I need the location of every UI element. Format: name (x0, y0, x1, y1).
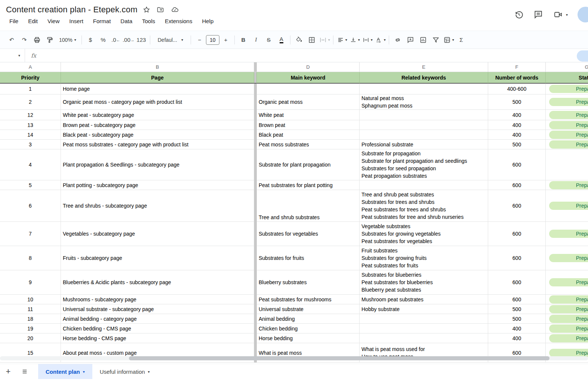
cell-priority[interactable]: 18 (0, 314, 61, 324)
cell-status[interactable]: Prepared (546, 270, 588, 295)
header-cell-related-keywords[interactable]: Related keywords (360, 72, 488, 84)
all-sheets-button[interactable] (16, 364, 33, 379)
cell-priority[interactable]: 19 (0, 324, 61, 333)
cell-priority[interactable]: 6 (0, 190, 61, 222)
cell-related-keywords[interactable] (360, 180, 488, 190)
cell-main-keyword[interactable]: Tree and shrub substrates (257, 190, 360, 222)
number-format-button[interactable]: 123 (135, 34, 148, 46)
strikethrough-button[interactable]: S (262, 34, 275, 46)
move-folder-icon[interactable] (156, 6, 164, 13)
add-sheet-button[interactable]: + (0, 364, 16, 379)
menu-view[interactable]: View (44, 17, 63, 25)
cell-status[interactable] (546, 149, 588, 180)
history-icon[interactable] (514, 10, 524, 19)
menu-tools[interactable]: Tools (139, 17, 158, 25)
cell-priority[interactable]: 20 (0, 333, 61, 343)
header-cell-page[interactable]: Page (61, 72, 254, 84)
header-cell-priority[interactable]: Priority (0, 72, 61, 84)
cell-main-keyword[interactable] (257, 84, 360, 94)
cell-number-of-words[interactable]: 600 (488, 270, 546, 295)
status-badge[interactable]: Prepared (549, 349, 588, 357)
cell-number-of-words[interactable]: 500 (488, 304, 546, 314)
cell-number-of-words[interactable]: 400 (488, 120, 546, 130)
undo-button[interactable]: ↶ (5, 34, 18, 46)
status-badge[interactable]: Prepared (549, 85, 588, 93)
cell-number-of-words[interactable]: 400-600 (488, 84, 546, 94)
cell-priority[interactable]: 1 (0, 84, 61, 94)
cell-related-keywords[interactable]: Professional substrate (360, 140, 488, 149)
horizontal-scrollbar[interactable] (0, 356, 588, 360)
cell-number-of-words[interactable]: 500 (488, 314, 546, 324)
tab-useful-information-caret-icon[interactable]: ▾ (148, 370, 150, 374)
cell-priority[interactable]: 7 (0, 222, 61, 246)
menu-help[interactable]: Help (198, 17, 217, 25)
cell-page[interactable]: Brown peat - subcategory page (61, 120, 254, 130)
insert-link-button[interactable] (391, 34, 404, 46)
cell-priority[interactable]: 14 (0, 130, 61, 140)
cell-main-keyword[interactable]: Substrates for vegetables (257, 222, 360, 246)
cell-priority[interactable]: 13 (0, 120, 61, 130)
column-header-D[interactable]: D (257, 62, 360, 72)
cell-main-keyword[interactable]: Animal bedding (257, 314, 360, 324)
cell-status[interactable]: Prepared (546, 333, 588, 343)
column-header-F[interactable]: F (488, 62, 546, 72)
text-color-button[interactable]: A (275, 34, 288, 46)
cell-status[interactable]: Prepared (546, 314, 588, 324)
cell-main-keyword[interactable]: Peat moss substrates (257, 140, 360, 149)
menu-format[interactable]: Format (90, 17, 114, 25)
cell-priority[interactable]: 2 (0, 94, 61, 110)
cell-related-keywords[interactable]: Tree and shrub peat substratesSubstrates… (360, 190, 488, 222)
cell-related-keywords[interactable]: Substrate for propagationSubstrate for p… (360, 149, 488, 180)
cell-page[interactable]: Chicken bedding - CMS page (61, 324, 254, 333)
cell-related-keywords[interactable]: Hobby substrate (360, 304, 488, 314)
cell-number-of-words[interactable]: 600 (488, 190, 546, 222)
tab-content-plan[interactable]: Content plan▾ (38, 364, 92, 379)
cell-number-of-words[interactable]: 500 (488, 140, 546, 149)
cell-page[interactable]: Organic peat moss - category page with p… (61, 94, 254, 110)
formula-bar-side-button[interactable] (577, 50, 588, 62)
cell-related-keywords[interactable] (360, 314, 488, 324)
increase-decimal-button[interactable]: .00→ (122, 34, 135, 46)
cell-status[interactable]: Prepared (546, 140, 588, 149)
tab-content-plan-caret-icon[interactable]: ▾ (83, 370, 85, 374)
cloud-saved-icon[interactable] (170, 6, 179, 13)
decrease-font-size-button[interactable]: − (193, 34, 206, 46)
header-cell-status[interactable]: Status (546, 72, 588, 84)
cell-number-of-words[interactable]: 400 (488, 324, 546, 333)
cell-main-keyword[interactable]: Blueberry substrates (257, 270, 360, 295)
cell-main-keyword[interactable]: Substrate for plant propagation (257, 149, 360, 180)
name-box[interactable]: ▾ (0, 53, 25, 58)
cell-status[interactable]: Prepared (546, 304, 588, 314)
cell-priority[interactable]: 5 (0, 180, 61, 190)
cell-page[interactable]: Vegetables - subcategory page (61, 222, 254, 246)
format-currency-button[interactable]: $ (84, 34, 97, 46)
cell-status[interactable]: Prepared (546, 120, 588, 130)
cell-priority[interactable]: 4 (0, 149, 61, 180)
create-filter-button[interactable] (430, 34, 442, 46)
cell-priority[interactable]: 11 (0, 304, 61, 314)
increase-font-size-button[interactable]: + (219, 34, 232, 46)
functions-button[interactable]: Σ (455, 34, 468, 46)
cell-related-keywords[interactable]: Vegetable substratesSubstrates for growi… (360, 222, 488, 246)
document-title[interactable]: Content creation plan - Etepek.com (6, 5, 138, 15)
cell-page[interactable]: Universal substrate - subcategory page (61, 304, 254, 314)
cell-status[interactable]: Prepared (546, 94, 588, 110)
cell-main-keyword[interactable]: Substrates for fruits (257, 246, 360, 270)
cell-status[interactable]: Prepared (546, 130, 588, 140)
cell-number-of-words[interactable]: 400 (488, 130, 546, 140)
cell-page[interactable]: Plant potting - subcategory page (61, 180, 254, 190)
cell-related-keywords[interactable]: Substrates for blueberriesPeat substrate… (360, 270, 488, 295)
cell-priority[interactable]: 8 (0, 246, 61, 270)
cell-main-keyword[interactable]: Universal substrate (257, 304, 360, 314)
cell-main-keyword[interactable]: White peat (257, 110, 360, 120)
cell-number-of-words[interactable]: 600 (488, 246, 546, 270)
menu-data[interactable]: Data (117, 17, 136, 25)
cell-status[interactable]: Prepared (546, 246, 588, 270)
status-badge[interactable]: Prepared (549, 121, 588, 129)
print-button[interactable] (31, 34, 43, 46)
cell-number-of-words[interactable]: 600 (488, 222, 546, 246)
cell-priority[interactable]: 9 (0, 270, 61, 295)
cell-related-keywords[interactable]: Mushroom peat substrates (360, 295, 488, 304)
meet-video-icon[interactable]: ▾ (553, 10, 568, 19)
status-badge[interactable]: Prepared (549, 140, 588, 149)
